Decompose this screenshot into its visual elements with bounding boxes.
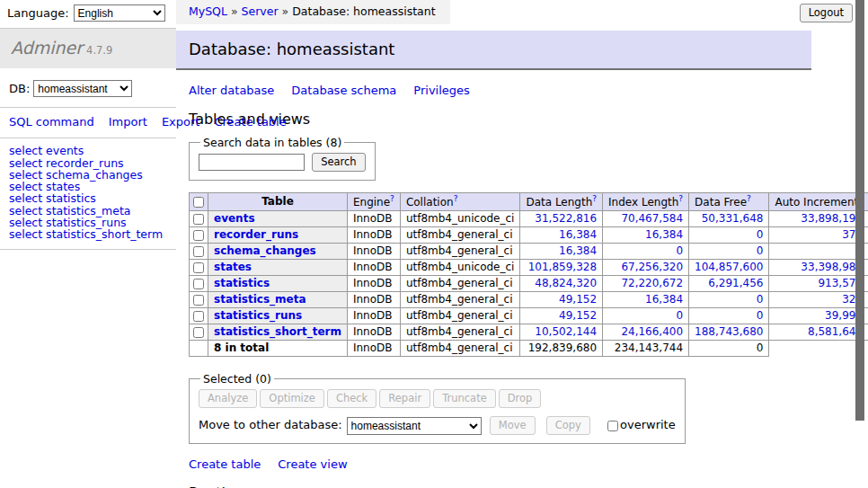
engine-cell: InnoDB	[347, 324, 400, 341]
table-link-schema_changes[interactable]: schema_changes	[214, 244, 316, 257]
sidebar-link-import[interactable]: Import	[109, 115, 147, 129]
copy-button[interactable]: Copy	[546, 416, 590, 435]
data-length-cell: 16,384	[520, 244, 603, 260]
db-select[interactable]: homeassistant	[33, 80, 132, 97]
column-header-table: Table	[208, 193, 348, 211]
table-row: statesInnoDButf8mb4_unicode_ci101,859,32…	[190, 260, 868, 276]
row-checkbox-cell	[190, 276, 208, 292]
logout-button[interactable]: Logout	[800, 4, 853, 22]
sidebar-item-select-states[interactable]: select states	[9, 181, 167, 192]
row-checkbox-states[interactable]	[193, 262, 204, 273]
auto-increment-cell: 378	[769, 227, 868, 244]
privileges-link[interactable]: Privileges	[413, 84, 470, 97]
sidebar-link-sql-command[interactable]: SQL command	[9, 115, 94, 129]
row-checkbox-schema_changes[interactable]	[193, 246, 204, 257]
sidebar-item-select-statistics-runs[interactable]: select statistics_runs	[9, 217, 167, 228]
sidebar-link-export[interactable]: Export	[162, 115, 200, 129]
data-free-cell: 0	[689, 308, 769, 324]
table-link-statistics_short_term[interactable]: statistics_short_term	[214, 325, 341, 338]
column-header-data-length: Data Length?	[520, 193, 603, 211]
table-link-statistics[interactable]: statistics	[214, 277, 270, 289]
alter-database-link[interactable]: Alter database	[189, 84, 274, 97]
check-button[interactable]: Check	[327, 389, 376, 408]
breadcrumb-mysql[interactable]: MySQL	[189, 4, 227, 18]
sidebar-item-select-statistics[interactable]: select statistics	[9, 192, 167, 204]
breadcrumb: MySQL»Server»Database: homeassistant	[176, 0, 450, 24]
index-length-cell: 16,384	[603, 227, 689, 244]
row-checkbox-statistics_runs[interactable]	[193, 311, 204, 322]
total-data-length-cell: 192,839,680	[520, 341, 603, 357]
search-button[interactable]: Search	[312, 153, 366, 172]
tables-overview: TableEngine?Collation?Data Length?Index …	[189, 192, 868, 357]
row-checkbox-recorder_runs[interactable]	[193, 230, 204, 241]
help-icon[interactable]: ?	[747, 194, 751, 203]
help-icon[interactable]: ?	[592, 194, 597, 203]
vertical-scrollbar[interactable]	[855, 0, 864, 488]
row-checkbox-cell	[190, 308, 208, 324]
collation-cell: utf8mb4_general_ci	[400, 308, 520, 324]
sidebar-item-select-statistics-short-term[interactable]: select statistics_short_term	[9, 228, 167, 240]
truncate-button[interactable]: Truncate	[433, 389, 496, 408]
move-db-select[interactable]: homeassistant	[347, 417, 482, 435]
row-checkbox-events[interactable]	[193, 214, 204, 225]
breadcrumb-server[interactable]: Server	[242, 4, 279, 18]
data-length-cell: 16,384	[520, 227, 603, 244]
select-all-checkbox[interactable]	[193, 197, 204, 208]
help-icon[interactable]: ?	[454, 194, 458, 203]
page-title: Database: homeassistant	[176, 31, 811, 70]
table-search-input[interactable]	[199, 154, 305, 171]
move-row: Move to other database:homeassistant Mov…	[199, 416, 676, 435]
language-label: Language:	[7, 6, 69, 20]
drop-button[interactable]: Drop	[499, 389, 542, 408]
routines-heading: Routines	[189, 484, 811, 488]
repair-button[interactable]: Repair	[379, 389, 430, 408]
data-free-cell: 50,331,648	[689, 211, 769, 227]
sidebar-item-select-events[interactable]: select events	[9, 145, 167, 156]
table-name-cell: statistics_meta	[208, 292, 348, 308]
sidebar-item-select-statistics-meta[interactable]: select statistics_meta	[9, 205, 167, 217]
help-icon[interactable]: ?	[390, 194, 394, 203]
engine-cell: InnoDB	[347, 211, 400, 227]
data-length-cell: 49,152	[520, 292, 603, 308]
row-checkbox-statistics_short_term[interactable]	[193, 327, 204, 338]
create-view-link[interactable]: Create view	[278, 457, 347, 471]
total-label-cell: 8 in total	[208, 341, 348, 357]
engine-cell: InnoDB	[347, 308, 400, 324]
table-name-cell: statistics_runs	[208, 308, 348, 324]
selected-buttons-row: AnalyzeOptimizeCheckRepairTruncateDrop	[199, 389, 676, 408]
auto-increment-cell: 39,999	[769, 308, 868, 324]
overwrite-checkbox[interactable]	[607, 421, 618, 431]
table-row: eventsInnoDButf8mb4_unicode_ci31,522,816…	[190, 211, 868, 227]
optimize-button[interactable]: Optimize	[260, 389, 324, 408]
auto-increment-cell: 8,581,645	[769, 324, 868, 341]
index-length-cell: 70,467,584	[603, 211, 689, 227]
table-name-cell: statistics	[208, 276, 348, 292]
table-link-states[interactable]: states	[214, 261, 252, 273]
analyze-button[interactable]: Analyze	[199, 389, 257, 408]
move-button[interactable]: Move	[490, 416, 536, 435]
sidebar-item-select-recorder-runs[interactable]: select recorder_runs	[9, 157, 167, 169]
table-link-events[interactable]: events	[214, 212, 255, 225]
index-length-cell: 0	[603, 244, 689, 260]
data-length-cell: 31,522,816	[520, 211, 603, 227]
language-select[interactable]: English	[74, 4, 165, 22]
sidebar-action-links: SQL commandImportExportCreate table	[0, 108, 176, 138]
collation-cell: utf8mb4_unicode_ci	[400, 260, 520, 276]
total-empty-cell	[190, 341, 208, 357]
sidebar-link-create-table[interactable]: Create table	[214, 115, 286, 129]
breadcrumb-separator: »	[231, 4, 238, 18]
row-checkbox-statistics[interactable]	[193, 279, 204, 289]
create-table-link[interactable]: Create table	[189, 457, 261, 471]
table-link-statistics_meta[interactable]: statistics_meta	[214, 293, 306, 306]
help-icon[interactable]: ?	[678, 194, 683, 203]
index-length-cell: 16,384	[603, 292, 689, 308]
row-checkbox-statistics_meta[interactable]	[193, 295, 204, 306]
column-header-engine: Engine?	[347, 193, 400, 211]
sidebar-item-select-schema-changes[interactable]: select schema_changes	[9, 169, 167, 181]
table-link-statistics_runs[interactable]: statistics_runs	[214, 309, 302, 322]
scrollbar-thumb[interactable]	[855, 0, 864, 421]
table-row: statistics_runsInnoDButf8mb4_general_ci4…	[190, 308, 868, 324]
engine-cell: InnoDB	[347, 292, 400, 308]
table-link-recorder_runs[interactable]: recorder_runs	[214, 228, 298, 241]
database-schema-link[interactable]: Database schema	[291, 84, 396, 97]
